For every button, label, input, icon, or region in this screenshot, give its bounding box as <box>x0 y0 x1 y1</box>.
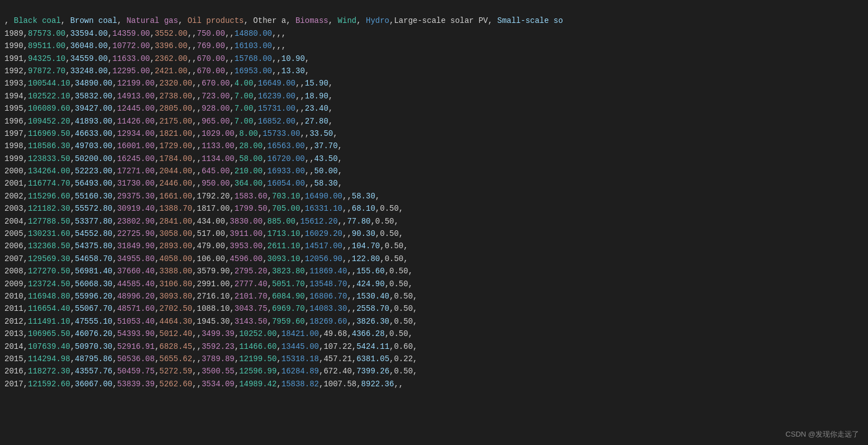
table-row: 2000,134264.00,52223.00,17271.00,2044.00… <box>4 165 864 177</box>
table-row: 1994,102522.10,35832.00,14913.00,2738.00… <box>4 90 864 102</box>
table-row: 2007,129569.30,54658.70,34955.80,4058.00… <box>4 253 864 265</box>
table-row: 1997,116969.50,46633.00,12934.00,1821.00… <box>4 127 864 140</box>
table-row: 2017,121592.60,36067.00,53839.39,5262.60… <box>4 378 864 390</box>
table-row: 2014,107639.40,50970.30,52916.91,6828.45… <box>4 340 864 353</box>
table-row: 2009,123724.50,56068.30,44585.40,3106.80… <box>4 278 864 290</box>
table-row: 1998,118586.30,49703.00,16001.00,1729.00… <box>4 140 864 152</box>
table-row: 2016,118272.30,43557.76,50459.75,5272.59… <box>4 365 864 377</box>
table-row: 1989,87573.00,33594.00,14359.00,3552.00,… <box>4 27 864 40</box>
table-row: 2003,121182.30,55572.80,30919.40,1388.70… <box>4 202 864 215</box>
table-row: 2015,114294.98,48795.86,50536.08,5655.62… <box>4 353 864 365</box>
table-row: 1999,123833.50,50200.00,16245.00,1784.00… <box>4 153 864 165</box>
table-row: 1995,106089.60,39427.00,12445.00,2805.00… <box>4 102 864 115</box>
table-row: 2005,130231.60,54552.80,22725.90,3058.00… <box>4 228 864 240</box>
table-row: 1990,89511.00,36048.00,10772.00,3396.00,… <box>4 40 864 52</box>
table-row: 2006,132368.50,54375.80,31849.90,2893.00… <box>4 240 864 252</box>
table-row: 2008,127270.50,56981.40,37660.40,3388.00… <box>4 265 864 277</box>
table-row: 2002,115296.60,55160.30,29375.30,1661.00… <box>4 190 864 202</box>
table-row: 2012,111491.10,47555.10,51053.40,4464.30… <box>4 315 864 328</box>
table-row: 2004,127788.50,53377.80,23802.90,2841.00… <box>4 215 864 228</box>
table-row: 1993,100544.10,34890.00,12199.00,2320.00… <box>4 77 864 89</box>
header-line: , Black coal, Brown coal, Natural gas, O… <box>4 15 864 27</box>
table-row: 2013,106965.50,46076.20,54393.90,5012.40… <box>4 328 864 340</box>
code-content: , Black coal, Brown coal, Natural gas, O… <box>0 0 868 392</box>
table-row: 2011,116654.40,55067.70,48571.60,2702.50… <box>4 302 864 315</box>
table-row: 1991,94325.10,34559.00,11633.00,2362.00,… <box>4 53 864 65</box>
table-row: 2001,116774.70,56493.00,31730.00,2446.00… <box>4 177 864 190</box>
table-row: 2010,116948.80,55996.20,48996.20,3093.80… <box>4 290 864 302</box>
table-row: 1996,109452.20,41893.00,11426.00,2175.00… <box>4 115 864 127</box>
table-row: 1992,97872.70,33248.00,12295.00,2421.00,… <box>4 65 864 77</box>
